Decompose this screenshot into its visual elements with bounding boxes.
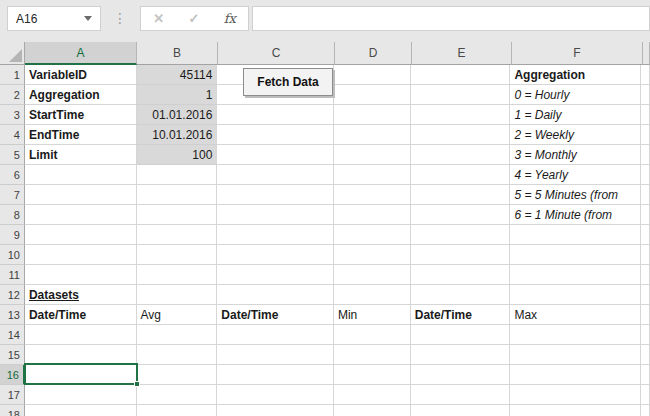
row-header-6[interactable]: 6 bbox=[0, 165, 25, 185]
cell-partial-5[interactable] bbox=[641, 145, 650, 165]
cell-C8[interactable] bbox=[217, 205, 334, 225]
cell-B5[interactable]: 100 bbox=[137, 145, 218, 165]
cell-E8[interactable] bbox=[411, 205, 511, 225]
row-header-11[interactable]: 11 bbox=[0, 265, 25, 285]
cell-D7[interactable] bbox=[334, 185, 411, 205]
column-header-A[interactable]: A bbox=[25, 42, 137, 65]
cell-D5[interactable] bbox=[334, 145, 411, 165]
cell-E11[interactable] bbox=[411, 265, 511, 285]
cell-partial-6[interactable] bbox=[641, 165, 650, 185]
row-header-5[interactable]: 5 bbox=[0, 145, 25, 165]
cell-C12[interactable] bbox=[217, 285, 334, 305]
selected-cell-outline[interactable] bbox=[24, 363, 138, 385]
cell-D3[interactable] bbox=[334, 105, 411, 125]
cell-A7[interactable] bbox=[25, 185, 137, 205]
cell-A10[interactable] bbox=[25, 245, 137, 265]
cell-E7[interactable] bbox=[411, 185, 511, 205]
cell-A12[interactable]: Datasets bbox=[25, 285, 137, 305]
cell-partial-9[interactable] bbox=[641, 225, 650, 245]
cell-partial-17[interactable] bbox=[641, 385, 650, 405]
cell-B4[interactable]: 10.01.2016 bbox=[137, 125, 218, 145]
cell-D8[interactable] bbox=[334, 205, 411, 225]
name-box-dropdown-icon[interactable] bbox=[84, 16, 92, 21]
cell-B1[interactable]: 45114 bbox=[137, 65, 218, 85]
cell-E1[interactable] bbox=[411, 65, 511, 85]
cell-D16[interactable] bbox=[334, 365, 411, 385]
fill-handle[interactable] bbox=[134, 381, 140, 387]
cell-B15[interactable] bbox=[137, 345, 218, 365]
cell-C15[interactable] bbox=[217, 345, 334, 365]
cell-D14[interactable] bbox=[334, 325, 411, 345]
row-header-1[interactable]: 1 bbox=[0, 65, 25, 85]
cell-partial-7[interactable] bbox=[641, 185, 650, 205]
cell-A4[interactable]: EndTime bbox=[25, 125, 137, 145]
cell-partial-15[interactable] bbox=[641, 345, 650, 365]
cell-E14[interactable] bbox=[411, 325, 511, 345]
cell-C16[interactable] bbox=[217, 365, 334, 385]
cell-D17[interactable] bbox=[334, 385, 411, 405]
cell-D12[interactable] bbox=[334, 285, 411, 305]
cell-A1[interactable]: VariableID bbox=[25, 65, 137, 85]
cell-F9[interactable] bbox=[510, 225, 641, 245]
cell-F4[interactable]: 2 = Weekly bbox=[510, 125, 641, 145]
cell-F5[interactable]: 3 = Monthly bbox=[510, 145, 641, 165]
cell-partial-8[interactable] bbox=[641, 205, 650, 225]
cancel-icon[interactable]: ✕ bbox=[153, 11, 164, 26]
cell-F3[interactable]: 1 = Daily bbox=[510, 105, 641, 125]
cell-E9[interactable] bbox=[411, 225, 511, 245]
column-header-E[interactable]: E bbox=[412, 42, 512, 65]
cell-D1[interactable] bbox=[334, 65, 411, 85]
cell-D9[interactable] bbox=[334, 225, 411, 245]
cell-E5[interactable] bbox=[411, 145, 511, 165]
cell-F18[interactable] bbox=[510, 405, 641, 416]
cell-B17[interactable] bbox=[137, 385, 218, 405]
cell-F7[interactable]: 5 = 5 Minutes (from bbox=[510, 185, 641, 205]
cell-A18[interactable] bbox=[25, 405, 137, 416]
cell-A8[interactable] bbox=[25, 205, 137, 225]
cell-A6[interactable] bbox=[25, 165, 137, 185]
cell-A13[interactable]: Date/Time bbox=[25, 305, 137, 325]
row-header-3[interactable]: 3 bbox=[0, 105, 25, 125]
cell-D4[interactable] bbox=[334, 125, 411, 145]
cell-B12[interactable] bbox=[137, 285, 218, 305]
cell-partial-16[interactable] bbox=[641, 365, 650, 385]
cell-partial-18[interactable] bbox=[641, 405, 650, 416]
cell-A15[interactable] bbox=[25, 345, 137, 365]
cell-F6[interactable]: 4 = Yearly bbox=[510, 165, 641, 185]
cell-C10[interactable] bbox=[217, 245, 334, 265]
cell-E10[interactable] bbox=[411, 245, 511, 265]
cell-D10[interactable] bbox=[334, 245, 411, 265]
cell-partial-1[interactable] bbox=[641, 65, 650, 85]
cell-A17[interactable] bbox=[25, 385, 137, 405]
cell-C9[interactable] bbox=[217, 225, 334, 245]
cell-C14[interactable] bbox=[217, 325, 334, 345]
cell-A3[interactable]: StartTime bbox=[25, 105, 137, 125]
cell-E4[interactable] bbox=[411, 125, 511, 145]
cell-A9[interactable] bbox=[25, 225, 137, 245]
cell-E6[interactable] bbox=[411, 165, 511, 185]
cell-A2[interactable]: Aggregation bbox=[25, 85, 137, 105]
row-header-10[interactable]: 10 bbox=[0, 245, 25, 265]
cell-F2[interactable]: 0 = Hourly bbox=[510, 85, 641, 105]
row-header-7[interactable]: 7 bbox=[0, 185, 25, 205]
cell-E12[interactable] bbox=[411, 285, 511, 305]
cell-E13[interactable]: Date/Time bbox=[411, 305, 511, 325]
column-header-partial[interactable] bbox=[643, 42, 650, 65]
cell-A14[interactable] bbox=[25, 325, 137, 345]
cell-B6[interactable] bbox=[137, 165, 218, 185]
row-header-8[interactable]: 8 bbox=[0, 205, 25, 225]
cell-B7[interactable] bbox=[137, 185, 218, 205]
cell-B9[interactable] bbox=[137, 225, 218, 245]
cell-D18[interactable] bbox=[334, 405, 411, 416]
cell-B13[interactable]: Avg bbox=[137, 305, 218, 325]
row-header-16[interactable]: 16 bbox=[0, 365, 25, 385]
cell-D15[interactable] bbox=[334, 345, 411, 365]
cell-C17[interactable] bbox=[217, 385, 334, 405]
cell-B8[interactable] bbox=[137, 205, 218, 225]
cell-F14[interactable] bbox=[510, 325, 641, 345]
cell-F16[interactable] bbox=[510, 365, 641, 385]
row-header-13[interactable]: 13 bbox=[0, 305, 25, 325]
cell-partial-2[interactable] bbox=[641, 85, 650, 105]
row-header-18[interactable]: 18 bbox=[0, 405, 25, 416]
cell-B16[interactable] bbox=[137, 365, 218, 385]
